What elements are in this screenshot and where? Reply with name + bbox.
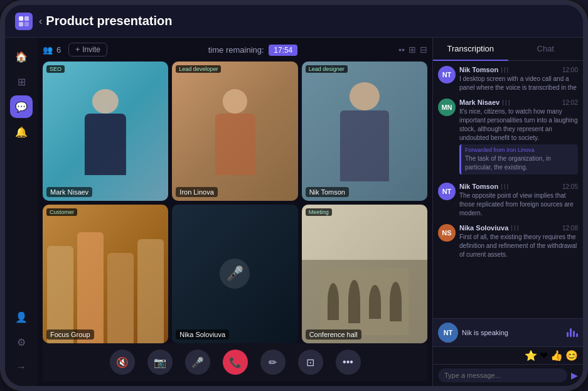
name-tag-4: Focus Group xyxy=(46,329,94,340)
msg-text-3: The opposite point of view implies that … xyxy=(459,191,578,218)
invite-button[interactable]: + Invite xyxy=(68,43,107,56)
emoji-star[interactable]: ⭐ xyxy=(525,350,537,362)
msg-sender-4: Nika Soloviuva xyxy=(459,224,508,232)
role-tag-1: SEO xyxy=(46,65,65,73)
bar-2 xyxy=(570,328,572,337)
video-bg-5: 🎤 xyxy=(172,205,297,344)
avatar-m4: NS xyxy=(438,224,456,242)
emoji-heart[interactable]: ❤ xyxy=(540,350,548,362)
name-tag-1: Mark Nisaev xyxy=(46,187,92,197)
tab-chat[interactable]: Chat xyxy=(508,38,584,60)
back-button[interactable]: ‹ xyxy=(39,16,42,27)
emoji-smile[interactable]: 😊 xyxy=(565,350,578,362)
msg-text-4: First of all, the existing theory requir… xyxy=(459,233,578,259)
send-button[interactable]: ▶ xyxy=(571,370,578,380)
layout-btn-3[interactable]: ⊟ xyxy=(420,45,427,55)
video-cell-5: 🎤 Nika Soloviuva xyxy=(172,205,297,344)
msg-time-4: 12:08 xyxy=(562,225,578,232)
top-bar: ‹ Product presentation xyxy=(5,5,583,38)
msg-header-2: Mark Nisaev | | | 12:02 xyxy=(459,99,578,106)
video-controls-top: 👥 6 + Invite time remaining: 17:54 ▪▪ ⊞ xyxy=(43,43,427,56)
svg-rect-1 xyxy=(24,16,29,21)
sidebar-item-settings[interactable]: ⚙ xyxy=(10,331,33,353)
video-area: 👥 6 + Invite time remaining: 17:54 ▪▪ ⊞ xyxy=(38,38,432,386)
sidebar-item-dashboard[interactable]: ⊞ xyxy=(10,70,33,93)
msg-content-3: Nik Tomson | | | 12:05 The opposite poin… xyxy=(459,183,578,218)
msg-content-2: Mark Nisaev | | | 12:02 It's nice, citiz… xyxy=(459,99,578,176)
msg-text-1: I desktop screen with a video call and a… xyxy=(459,75,578,92)
msg-content-1: Nik Tomson | | | 12:00 I desktop screen … xyxy=(459,66,578,92)
page-title: Product presentation xyxy=(46,14,573,28)
invite-icon: + xyxy=(75,45,80,54)
sidebar: 🏠 ⊞ 💬 🔔 👤 ⚙ → xyxy=(5,38,38,386)
forwarded-text-2: The task of the organization, in particu… xyxy=(465,154,574,172)
video-bg-2 xyxy=(172,62,297,201)
sidebar-item-notifications[interactable]: 🔔 xyxy=(10,121,33,143)
role-tag-6: Meeting xyxy=(306,208,332,216)
microphone-button[interactable]: 🎤 xyxy=(185,350,210,375)
chat-message-4: NS Nika Soloviuva | | | 12:08 First of a… xyxy=(438,224,578,259)
participants-count: 6 xyxy=(56,45,61,55)
tab-transcription[interactable]: Transcription xyxy=(433,38,508,61)
more-button[interactable]: ••• xyxy=(336,350,361,375)
avatar-circle-m3: NT xyxy=(438,183,456,200)
video-cell-4: Customer Focus Group xyxy=(43,205,168,344)
timer-value: 17:54 xyxy=(269,45,297,56)
bar-1 xyxy=(567,332,569,337)
fullscreen-button[interactable]: ⊡ xyxy=(298,350,323,375)
participants-icon: 👥 xyxy=(43,45,53,55)
chat-panel: Transcription Chat NT Nik Tomson | | | xyxy=(432,38,583,386)
sidebar-item-profile[interactable]: 👤 xyxy=(10,306,33,328)
camera-button[interactable]: 📷 xyxy=(147,350,173,375)
end-call-button[interactable]: 📞 xyxy=(223,350,248,375)
wave-icon-3: | | | xyxy=(501,183,508,190)
speaking-bars xyxy=(567,328,578,337)
msg-time-1: 12:00 xyxy=(562,67,578,73)
tablet-frame: ‹ Product presentation 🏠 ⊞ 💬 🔔 👤 ⚙ → xyxy=(0,0,588,391)
msg-sender-3: Nik Tomson xyxy=(459,183,498,190)
layout-btn-2[interactable]: ⊞ xyxy=(409,45,416,55)
name-tag-6: Conference hall xyxy=(306,329,361,340)
mute-overlay: 🎤 xyxy=(220,259,250,289)
msg-time-2: 12:02 xyxy=(562,99,578,106)
msg-sender-1: Nik Tomson xyxy=(459,66,498,73)
layout-btn-1[interactable]: ▪▪ xyxy=(398,45,405,55)
timer-label: time remaining: xyxy=(208,45,264,55)
chat-input[interactable] xyxy=(438,368,567,382)
emoji-thumbs[interactable]: 👍 xyxy=(550,350,563,362)
video-bg-1 xyxy=(43,62,168,201)
bar-3 xyxy=(573,331,575,337)
video-bg-6 xyxy=(302,205,427,344)
sidebar-item-home[interactable]: 🏠 xyxy=(10,45,33,68)
timer-section: time remaining: 17:54 xyxy=(115,45,391,55)
speaking-indicator: NT Nik is speaking xyxy=(433,318,583,347)
avatar-m3: NT xyxy=(438,183,456,200)
bottom-controls: 🔇 📷 🎤 📞 ✏ ⊡ ••• xyxy=(43,343,427,381)
app-container: ‹ Product presentation 🏠 ⊞ 💬 🔔 👤 ⚙ → xyxy=(5,5,583,386)
name-tag-2: Iron Linova xyxy=(176,187,217,197)
speaking-text: Nik is speaking xyxy=(462,329,563,336)
svg-rect-3 xyxy=(24,22,29,26)
role-tag-2: Lead developer xyxy=(176,65,221,73)
video-cell-2: Lead developer Iron Linova xyxy=(172,62,297,201)
avatar-circle-m2: MN xyxy=(438,99,456,116)
wave-icon-4: | | | xyxy=(511,225,518,231)
chat-message-2: MN Mark Nisaev | | | 12:02 It's nice, ci… xyxy=(438,99,578,176)
sidebar-item-logout[interactable]: → xyxy=(10,356,33,378)
svg-rect-0 xyxy=(19,16,23,21)
mute-video-button[interactable]: 🔇 xyxy=(110,350,135,375)
sidebar-item-messages[interactable]: 💬 xyxy=(10,95,33,118)
app-logo xyxy=(15,13,33,30)
invite-label: Invite xyxy=(82,45,100,54)
name-tag-3: Nik Tomson xyxy=(306,187,349,197)
video-bg-4 xyxy=(43,205,168,344)
video-cell-3: Lead designer Nik Tomson xyxy=(302,62,427,201)
msg-header-1: Nik Tomson | | | 12:00 xyxy=(459,66,578,73)
avatar-circle-m4: NS xyxy=(438,224,456,242)
speaking-avatar: NT xyxy=(438,323,458,343)
msg-text-2: It's nice, citizens, to watch how many i… xyxy=(459,107,578,142)
role-tag-3: Lead designer xyxy=(306,65,348,73)
annotate-button[interactable]: ✏ xyxy=(260,350,286,375)
main-content: 🏠 ⊞ 💬 🔔 👤 ⚙ → 👥 6 + xyxy=(5,38,583,386)
avatar-m1: NT xyxy=(438,66,456,83)
